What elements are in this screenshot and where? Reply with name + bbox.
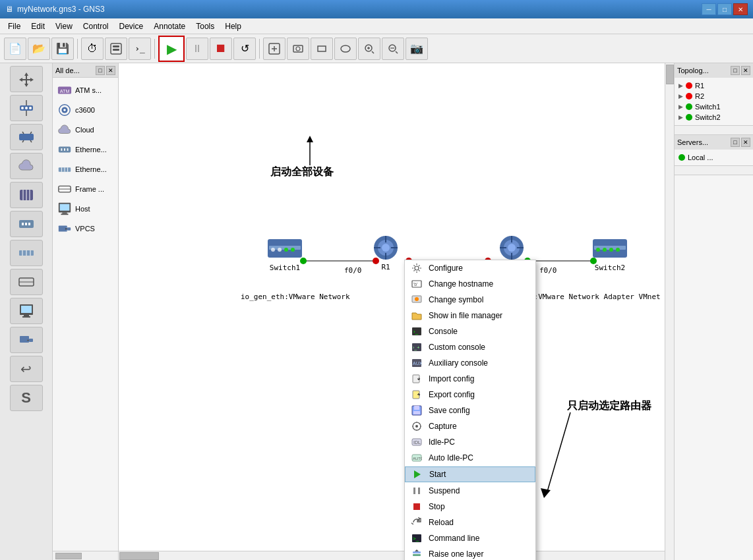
history-button[interactable]: ⏱ [81, 38, 104, 60]
svg-text:'b': 'b' [413, 282, 418, 287]
cm-suspend-label: Suspend [429, 486, 460, 495]
node-switch1[interactable]: Switch1 [265, 238, 305, 272]
device-item-frame[interactable]: Frame ... [55, 179, 115, 199]
cm-auto-idle-pc[interactable]: AUTO Auto Idle-PC [405, 450, 535, 466]
pause-button[interactable]: ⏸ [186, 38, 208, 60]
svg-point-103 [415, 297, 419, 301]
screenshot-button[interactable] [287, 38, 309, 60]
cm-change-symbol[interactable]: Change symbol [405, 292, 535, 308]
device-panel-scrollbar[interactable] [53, 551, 118, 560]
topo-r1[interactable]: ▶ R1 [677, 80, 750, 91]
ethernet2-tool[interactable] [10, 240, 43, 266]
stop-button[interactable]: ⏹ [210, 38, 232, 60]
node-switch2-label: Switch2 [590, 264, 630, 272]
canvas-hscrollbar[interactable] [119, 551, 665, 560]
ellipse-button[interactable] [334, 38, 357, 60]
cm-aux-console-label: Auxiliary console [429, 358, 488, 368]
cm-auxiliary-console[interactable]: AUX Auxiliary console [405, 355, 535, 371]
device-panel-close[interactable]: ✕ [106, 66, 115, 75]
device-item-c3600[interactable]: c3600 [55, 100, 115, 120]
topology-dock[interactable]: □ [731, 66, 740, 75]
cm-save-config[interactable]: Save config [405, 403, 535, 418]
device-item-atm[interactable]: ATM ATM s... [55, 80, 115, 100]
camera-button[interactable]: 📷 [406, 38, 428, 60]
switch-tool[interactable] [10, 124, 43, 150]
manager-button[interactable] [105, 38, 127, 60]
cm-command-label: Command line [429, 534, 479, 543]
cm-stop[interactable]: Stop [405, 499, 535, 515]
host-tool[interactable] [10, 298, 43, 324]
cm-console[interactable]: ›_ Console [405, 323, 535, 339]
device-panel-dock[interactable]: □ [96, 66, 105, 75]
close-button[interactable]: ✕ [733, 3, 748, 15]
cm-configure[interactable]: Configure [405, 260, 535, 276]
svg-rect-23 [25, 223, 27, 225]
servers-dock[interactable]: □ [731, 138, 740, 147]
server-scrollbar[interactable] [675, 165, 753, 175]
cm-idle-pc[interactable]: IDL Idle-PC [405, 434, 535, 450]
cloud-tool[interactable] [10, 153, 43, 179]
cm-import-config[interactable]: Import config [405, 371, 535, 387]
topo-scrollbar[interactable] [675, 125, 753, 134]
cm-custom-console[interactable]: ›_+ Custom console [405, 339, 535, 355]
zoom-in-button[interactable] [358, 38, 380, 60]
device-cloud-label: Cloud [75, 126, 94, 134]
snake-tool[interactable]: S [10, 385, 43, 411]
move-tool[interactable] [10, 66, 43, 92]
node-r1[interactable]: R1 [369, 235, 402, 271]
menu-tools[interactable]: Tools [191, 20, 220, 32]
minimize-button[interactable]: ─ [702, 3, 716, 15]
open-button[interactable]: 📂 [28, 38, 50, 60]
svg-rect-46 [67, 148, 69, 151]
canvas-hscroll-thumb[interactable] [119, 552, 159, 560]
device-item-vpcs[interactable]: VPCS [55, 219, 115, 238]
play-button[interactable]: ▶ [160, 38, 183, 60]
router-tool[interactable] [10, 95, 43, 121]
svg-rect-55 [62, 213, 67, 214]
edit-node-button[interactable] [263, 38, 286, 60]
rectangle-button[interactable] [311, 38, 333, 60]
canvas-area[interactable]: 启动全部设备 [119, 63, 674, 560]
cm-show-manager[interactable]: Show in file manager [405, 308, 535, 323]
topo-switch2[interactable]: ▶ Switch2 [677, 112, 750, 123]
menu-device[interactable]: Device [114, 20, 149, 32]
cm-reload[interactable]: Reload [405, 515, 535, 530]
cm-capture[interactable]: Capture [405, 418, 535, 434]
vpcs-tool[interactable] [10, 327, 43, 353]
save-button[interactable]: 💾 [51, 38, 74, 60]
canvas-scrollbar[interactable] [665, 63, 674, 560]
menu-help[interactable]: Help [220, 20, 247, 32]
menu-view[interactable]: View [50, 20, 78, 32]
back-tool[interactable]: ↩ [10, 356, 43, 382]
cm-raise-layer[interactable]: Raise one layer [405, 546, 535, 560]
device-item-eth1[interactable]: Etherne... [55, 140, 115, 159]
cm-export-config[interactable]: Export config [405, 387, 535, 403]
menu-edit[interactable]: Edit [26, 20, 50, 32]
terminal-button[interactable]: ›_ [129, 38, 151, 60]
topo-r2[interactable]: ▶ R2 [677, 91, 750, 101]
topo-switch1[interactable]: ▶ Switch1 [677, 101, 750, 112]
zoom-out-button[interactable] [382, 38, 404, 60]
server-local[interactable]: Local ... [677, 152, 750, 163]
ethernet-tool[interactable] [10, 211, 43, 237]
cm-suspend[interactable]: Suspend [405, 483, 535, 499]
cm-change-hostname[interactable]: 'b' Change hostname [405, 276, 535, 292]
menu-control[interactable]: Control [78, 20, 114, 32]
firewall-tool[interactable] [10, 182, 43, 208]
frame-tool[interactable] [10, 269, 43, 295]
servers-close[interactable]: ✕ [741, 138, 750, 147]
topology-close[interactable]: ✕ [741, 66, 750, 75]
device-item-host[interactable]: Host [55, 199, 115, 219]
device-item-eth2[interactable]: Etherne... [55, 159, 115, 179]
canvas-scroll-thumb[interactable] [666, 65, 674, 84]
menu-file[interactable]: File [3, 20, 26, 32]
new-button[interactable]: 📄 [4, 38, 26, 60]
menu-annotate[interactable]: Annotate [148, 20, 191, 32]
reload-button[interactable]: ↺ [233, 38, 256, 60]
node-switch2[interactable]: Switch2 [590, 238, 630, 272]
device-scroll-thumb[interactable] [55, 553, 82, 559]
maximize-button[interactable]: □ [717, 3, 732, 15]
cm-start[interactable]: Start [405, 466, 535, 482]
cm-command-line[interactable]: >_ Command line [405, 530, 535, 546]
device-item-cloud[interactable]: Cloud [55, 120, 115, 140]
